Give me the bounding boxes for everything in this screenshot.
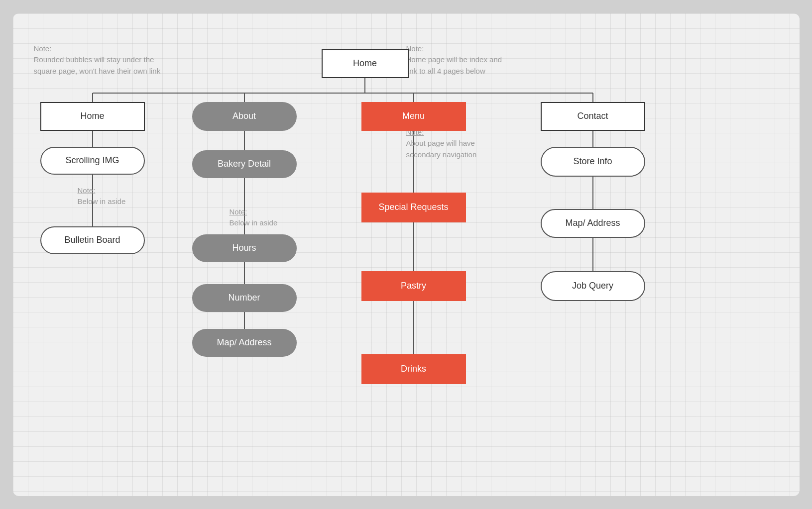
drinks: Drinks bbox=[361, 354, 466, 384]
job-query: Job Query bbox=[541, 271, 645, 301]
pastry: Pastry bbox=[361, 271, 466, 301]
about: About bbox=[192, 102, 297, 131]
note-aside1: Note: Below in aside bbox=[78, 185, 126, 207]
note-aside2: Note: Below in aside bbox=[230, 206, 278, 229]
contact: Contact bbox=[541, 102, 645, 131]
map-address-contact: Map/ Address bbox=[541, 209, 645, 238]
scrolling-img: Scrolling IMG bbox=[40, 147, 145, 175]
canvas: Note: Rounded bubbles will stay under th… bbox=[13, 13, 800, 496]
bakery-detail: Bakery Detail bbox=[192, 150, 297, 178]
connectors bbox=[13, 13, 800, 496]
menu: Menu bbox=[361, 102, 466, 131]
store-info: Store Info bbox=[541, 147, 645, 177]
note-bubbles: Note: Rounded bubbles will stay under th… bbox=[34, 43, 161, 77]
note-about: Note: About page will have secondary nav… bbox=[406, 127, 477, 161]
note-home: Note: Home page will be index and link t… bbox=[406, 43, 502, 77]
home-left: Home bbox=[40, 102, 145, 131]
map-address-about: Map/ Address bbox=[192, 329, 297, 357]
home-top: Home bbox=[322, 49, 409, 78]
number: Number bbox=[192, 284, 297, 312]
special-requests: Special Requests bbox=[361, 193, 466, 222]
bulletin-board: Bulletin Board bbox=[40, 226, 145, 254]
hours: Hours bbox=[192, 234, 297, 262]
